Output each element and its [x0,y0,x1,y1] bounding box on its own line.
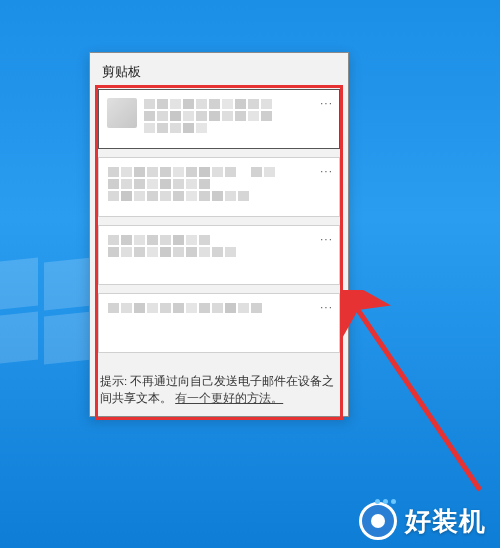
clip-content-censored [107,166,313,202]
annotation-arrow [340,290,500,510]
svg-line-0 [358,310,480,490]
clipboard-item[interactable]: ··· [98,89,340,149]
clipboard-panel: 剪贴板 ··· ··· [89,52,349,417]
clip-content-censored [143,98,313,134]
more-icon[interactable]: ··· [320,232,333,246]
more-icon[interactable]: ··· [320,300,333,314]
watermark: 好装机 [359,502,486,540]
clipboard-item[interactable]: ··· [98,293,340,353]
clip-content-censored [107,234,313,258]
clip-content-censored [107,302,313,314]
clipboard-title: 剪贴板 [90,53,348,89]
watermark-logo-icon [359,502,397,540]
watermark-text: 好装机 [405,504,486,539]
clipboard-item[interactable]: ··· [98,225,340,285]
clipboard-tip: 提示: 不再通过向自己发送电子邮件在设备之间共享文本。 有一个更好的方法。 [90,367,348,416]
clip-thumbnail [107,98,137,128]
more-icon[interactable]: ··· [320,96,333,110]
clipboard-items-list: ··· ··· [90,89,348,367]
tip-prefix: 提示: [100,375,130,387]
more-icon[interactable]: ··· [320,164,333,178]
tip-link[interactable]: 有一个更好的方法。 [175,392,283,404]
clipboard-item[interactable]: ··· [98,157,340,217]
